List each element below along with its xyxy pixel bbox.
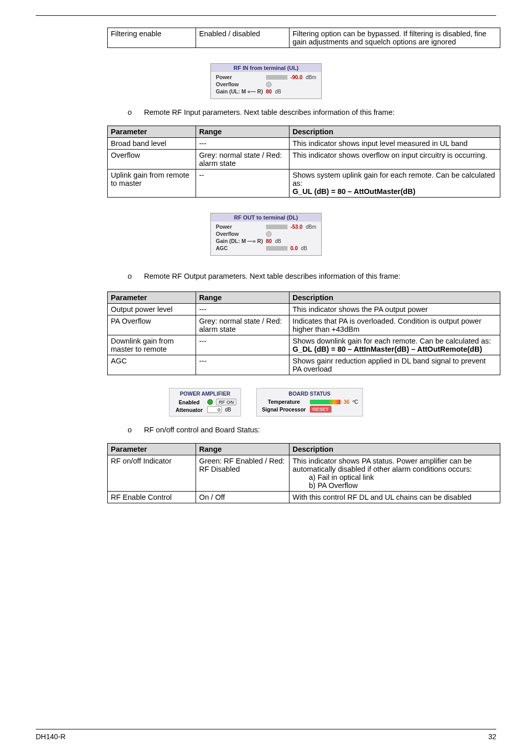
cell: AGC (108, 355, 196, 375)
panel-title: BOARD STATUS (261, 391, 358, 397)
temp-bar (310, 400, 341, 404)
table-rf-input: Parameter Range Description Broad band l… (107, 126, 500, 198)
table-row: AGC --- Shows gainr reduction applied in… (108, 355, 500, 375)
label: AGC (216, 245, 263, 251)
table-row: Output power level --- This indicator sh… (108, 304, 500, 315)
cell: Filtering enable (108, 28, 196, 48)
table-row: RF Enable Control On / Off With this con… (108, 492, 500, 503)
value: 80 (266, 88, 272, 94)
led-icon (207, 399, 213, 405)
cell: --- (196, 138, 289, 150)
cell: Broad band level (108, 138, 196, 150)
led-icon (266, 82, 272, 87)
table-row: Filtering enable Enabled / disabled Filt… (108, 28, 500, 48)
table-row: Overflow Grey: normal state / Red: alarm… (108, 150, 500, 169)
label: Gain (UL: M «— R) (216, 88, 263, 94)
label: Attenuator (174, 407, 204, 413)
cell: Grey: normal state / Red: alarm state (196, 315, 289, 335)
table-row: Downlink gain from master to remote --- … (108, 335, 500, 355)
label: Overflow (216, 81, 263, 87)
header-cell: Range (196, 292, 289, 304)
label: Power (216, 74, 263, 80)
cell: --- (196, 335, 289, 355)
cell: Output power level (108, 304, 196, 315)
table-filtering: Filtering enable Enabled / disabled Filt… (107, 28, 500, 48)
table-row: Broad band level --- This indicator show… (108, 138, 500, 150)
bar-indicator (266, 246, 287, 251)
label: Gain (DL: M —» R) (216, 238, 263, 244)
cell: RF Enable Control (108, 492, 196, 503)
bullet-marker: o (128, 426, 144, 434)
cell: With this control RF DL and UL chains ca… (289, 492, 500, 503)
label: Temperature (261, 399, 307, 405)
cell: Grey: normal state / Red: alarm state (196, 150, 289, 169)
cell: Shows system uplink gain for each remote… (289, 169, 500, 198)
bullet-item: o Remote RF Output parameters. Next tabl… (128, 272, 496, 280)
figure-rf-in: RF IN from terminal (UL) Power -90.0 dBm… (36, 63, 496, 99)
table-header-row: Parameter Range Description (108, 292, 500, 304)
value: -90.0 (291, 74, 303, 80)
page-number: 32 (488, 733, 496, 741)
panel-title: RF OUT to terminal (DL) (211, 213, 322, 222)
value: -53.0 (291, 224, 303, 230)
value: 36 (344, 399, 350, 405)
value: 80 (266, 238, 272, 244)
unit: dB (275, 238, 281, 244)
header-cell: Description (289, 444, 500, 455)
cell: --- (196, 304, 289, 315)
label: Overflow (216, 231, 263, 237)
figure-pa-board: POWER AMPLIFIER Enabled RF ON Attenuator… (36, 388, 496, 417)
cell: -- (196, 169, 289, 198)
cell: Downlink gain from master to remote (108, 335, 196, 355)
page-footer: DH140-R 32 (36, 729, 496, 741)
cell: This indicator shows the PA output power (289, 304, 500, 315)
label: Enabled (174, 399, 204, 405)
figure-rf-out: RF OUT to terminal (DL) Power -53.0 dBm … (36, 213, 496, 256)
cell: Indicates that PA is overloaded. Conditi… (289, 315, 500, 335)
header-cell: Parameter (108, 444, 196, 455)
header-cell: Range (196, 126, 289, 138)
bullet-marker: o (128, 272, 144, 280)
cell: This indicator shows PA status. Power am… (289, 455, 500, 492)
label: Power (216, 224, 263, 230)
header-cell: Range (196, 444, 289, 455)
attenuator-input[interactable]: 0 (207, 406, 222, 413)
cell: Enabled / disabled (196, 28, 289, 48)
cell: This indicator shows input level measure… (289, 138, 500, 150)
table-header-row: Parameter Range Description (108, 126, 500, 138)
unit: dBm (306, 224, 317, 230)
table-row: PA Overflow Grey: normal state / Red: al… (108, 315, 500, 335)
cell: RF on/off Indicator (108, 455, 196, 492)
bullet-marker: o (128, 108, 144, 116)
table-rf-output: Parameter Range Description Output power… (107, 291, 500, 375)
cell: On / Off (196, 492, 289, 503)
cell: Green: RF Enabled / Red: RF Disabled (196, 455, 289, 492)
header-cell: Description (289, 292, 500, 304)
bar-indicator (266, 75, 287, 80)
cell: Shows downlink gain for each remote. Can… (289, 335, 500, 355)
footer-left: DH140-R (36, 733, 65, 741)
table-header-row: Parameter Range Description (108, 444, 500, 455)
bullet-text: Remote RF Output parameters. Next table … (144, 272, 496, 280)
unit: dB (275, 89, 281, 94)
value: 0.0 (291, 245, 298, 251)
cell: PA Overflow (108, 315, 196, 335)
unit: dBm (306, 75, 317, 80)
reset-button[interactable]: RESET (310, 406, 331, 412)
bullet-text: Remote RF Input parameters. Next table d… (144, 108, 496, 116)
rf-on-button[interactable]: RF ON (216, 399, 236, 405)
cell: Shows gainr reduction applied in DL band… (289, 355, 500, 375)
cell: --- (196, 355, 289, 375)
unit: dB (301, 246, 307, 251)
bullet-item: o Remote RF Input parameters. Next table… (128, 108, 496, 116)
bullet-text: RF on/off control and Board Status: (144, 426, 496, 434)
header-cell: Description (289, 126, 500, 138)
cell: This indicator shows overflow on input c… (289, 150, 500, 169)
cell: Filtering option can be bypassed. If fil… (289, 28, 500, 48)
panel-title: RF IN from terminal (UL) (211, 64, 322, 72)
bar-indicator (266, 225, 287, 229)
label: Signal Processor (261, 406, 307, 412)
table-row: RF on/off Indicator Green: RF Enabled / … (108, 455, 500, 492)
cell: Overflow (108, 150, 196, 169)
table-row: Uplink gain from remote to master -- Sho… (108, 169, 500, 198)
